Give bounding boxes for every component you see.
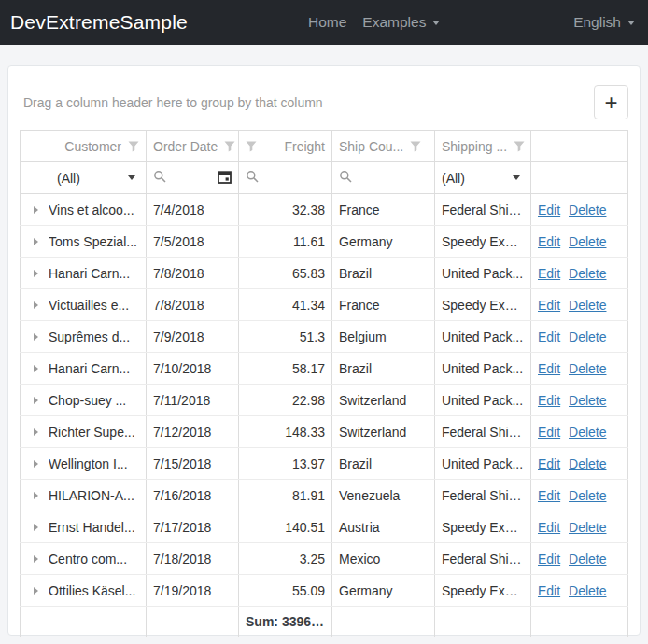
column-label: Customer — [64, 139, 121, 154]
delete-link[interactable]: Delete — [569, 488, 606, 503]
freight-cell: 11.61 — [239, 226, 332, 258]
ship-country-cell: Germany — [332, 575, 435, 607]
customer-name: Richter Supe... — [49, 425, 135, 440]
edit-link[interactable]: Edit — [538, 266, 560, 281]
customer-name: Centro com... — [49, 552, 127, 567]
column-header-ship-country[interactable]: Ship Cou... — [332, 131, 435, 162]
commands-cell: Edit Delete — [531, 480, 628, 511]
delete-link[interactable]: Delete — [569, 583, 606, 598]
filter-funnel-icon[interactable] — [224, 141, 235, 152]
shipping-name-cell: United Pack... — [435, 321, 531, 353]
edit-link[interactable]: Edit — [538, 456, 560, 471]
edit-link[interactable]: Edit — [538, 203, 560, 217]
delete-link[interactable]: Delete — [569, 552, 606, 567]
row-expand-icon[interactable] — [22, 365, 49, 372]
delete-link[interactable]: Delete — [569, 520, 606, 535]
row-expand-icon[interactable] — [22, 587, 49, 595]
customer-filter-select[interactable]: (All) — [21, 162, 147, 194]
column-header-shipping-name[interactable]: Shipping ... — [435, 131, 531, 162]
ship-country-filter-input[interactable] — [332, 162, 435, 194]
ship-country-cell: Germany — [332, 226, 435, 258]
filter-value: (All) — [442, 171, 465, 186]
customer-name: Ernst Handel... — [49, 520, 135, 535]
group-panel[interactable]: Drag a column header here to group by th… — [20, 95, 323, 110]
customer-cell: Centro com... — [21, 543, 147, 575]
edit-link[interactable]: Edit — [538, 583, 560, 598]
edit-link[interactable]: Edit — [538, 552, 560, 567]
delete-link[interactable]: Delete — [569, 266, 606, 281]
edit-link[interactable]: Edit — [538, 361, 560, 376]
shipping-name-cell: Federal Ship... — [435, 416, 531, 448]
brand-logo[interactable]: DevExtremeSample — [10, 11, 188, 34]
delete-link[interactable]: Delete — [569, 234, 606, 249]
delete-link[interactable]: Delete — [569, 203, 606, 217]
delete-link[interactable]: Delete — [569, 329, 606, 344]
summary-empty-cell — [147, 607, 239, 637]
freight-filter-input[interactable] — [239, 162, 332, 194]
filter-funnel-icon[interactable] — [246, 141, 257, 152]
table-row: Wellington I...7/15/201813.97BrazilUnite… — [21, 448, 628, 480]
chevron-down-icon — [432, 21, 440, 25]
row-expand-icon[interactable] — [22, 460, 49, 468]
nav-item-examples[interactable]: Examples — [362, 14, 440, 31]
delete-link[interactable]: Delete — [569, 425, 606, 440]
add-row-button[interactable]: + — [594, 85, 628, 119]
delete-link[interactable]: Delete — [569, 393, 606, 408]
customer-name: Toms Spezial... — [49, 234, 137, 249]
commands-cell: Edit Delete — [531, 511, 628, 543]
order-date-filter-input[interactable] — [147, 162, 239, 194]
delete-link[interactable]: Delete — [569, 456, 606, 471]
commands-cell: Edit Delete — [531, 385, 628, 416]
customer-cell-content: Ottilies Käsel... — [22, 583, 139, 598]
customer-name: HILARION-A... — [49, 488, 134, 503]
triangle-right-icon — [34, 238, 38, 245]
customer-cell-content: Victuailles e... — [22, 298, 139, 313]
calendar-icon[interactable] — [218, 170, 232, 187]
column-header-freight[interactable]: Freight — [239, 131, 332, 162]
filter-funnel-icon[interactable] — [514, 141, 525, 152]
language-selector[interactable]: English — [573, 14, 635, 31]
row-expand-icon[interactable] — [22, 301, 49, 309]
customer-cell: HILARION-A... — [21, 480, 147, 511]
commands-cell: Edit Delete — [531, 289, 628, 321]
edit-link[interactable]: Edit — [538, 393, 560, 408]
search-icon — [246, 170, 259, 186]
delete-link[interactable]: Delete — [569, 361, 606, 376]
edit-link[interactable]: Edit — [538, 329, 560, 344]
order-date-cell: 7/16/2018 — [147, 480, 239, 511]
triangle-right-icon — [34, 492, 38, 499]
triangle-right-icon — [34, 587, 38, 595]
order-date-cell: 7/17/2018 — [147, 511, 239, 543]
filter-funnel-icon[interactable] — [410, 141, 421, 152]
nav-links: Home Examples — [308, 14, 440, 31]
ship-country-cell: France — [332, 289, 435, 321]
column-label: Freight — [284, 139, 325, 154]
row-expand-icon[interactable] — [22, 524, 49, 531]
filter-funnel-icon[interactable] — [128, 141, 139, 152]
grid-card: Drag a column header here to group by th… — [7, 65, 641, 636]
row-expand-icon[interactable] — [22, 333, 49, 341]
row-expand-icon[interactable] — [22, 555, 49, 563]
delete-link[interactable]: Delete — [569, 298, 606, 313]
row-expand-icon[interactable] — [22, 397, 49, 404]
row-expand-icon[interactable] — [22, 270, 49, 277]
edit-link[interactable]: Edit — [538, 520, 560, 535]
data-grid: Customer Order Date — [20, 130, 628, 637]
table-row: Centro com...7/18/20183.25MexicoFederal … — [21, 543, 628, 575]
column-header-order-date[interactable]: Order Date — [147, 131, 239, 162]
row-expand-icon[interactable] — [22, 428, 49, 436]
commands-cell: Edit Delete — [531, 321, 628, 353]
row-expand-icon[interactable] — [22, 492, 49, 499]
edit-link[interactable]: Edit — [538, 234, 560, 249]
header-row: Customer Order Date — [21, 131, 628, 162]
edit-link[interactable]: Edit — [538, 298, 560, 313]
column-header-customer[interactable]: Customer — [21, 131, 147, 162]
nav-item-home[interactable]: Home — [308, 14, 346, 31]
edit-link[interactable]: Edit — [538, 425, 560, 440]
row-expand-icon[interactable] — [22, 238, 49, 245]
shipping-filter-select[interactable]: (All) — [435, 162, 531, 194]
table-row: Chop-suey ...7/11/201822.98SwitzerlandUn… — [21, 385, 628, 416]
edit-link[interactable]: Edit — [538, 488, 560, 503]
row-expand-icon[interactable] — [22, 206, 49, 214]
ship-country-cell: Belgium — [332, 321, 435, 353]
